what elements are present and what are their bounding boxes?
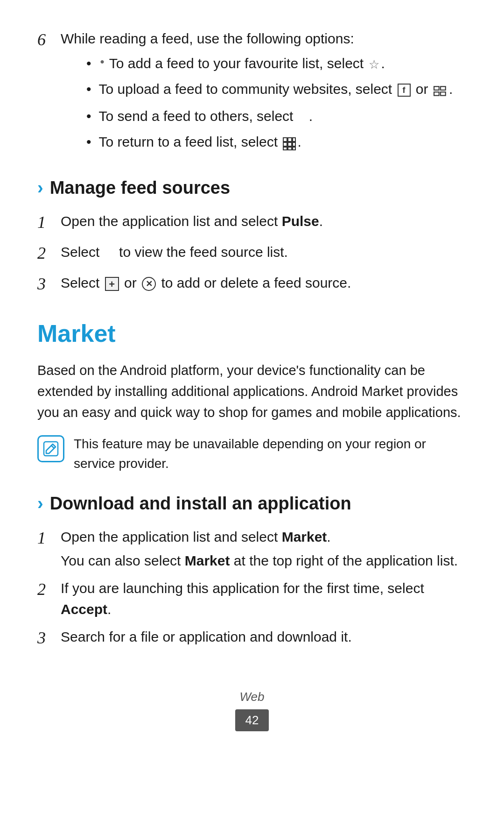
manage-step-1-row: 1 Open the application list and select P… [37,211,467,235]
manage-step-1-number: 1 [37,210,61,235]
download-step-2-content: If you are launching this application fo… [61,578,464,620]
bullet-list: • To add a feed to your favourite list, … [86,53,464,153]
step-6-row: 6 While reading a feed, use the followin… [37,28,467,158]
section-6: 6 While reading a feed, use the followin… [37,28,467,158]
manage-feed-heading: › Manage feed sources [37,175,467,201]
download-step-1-row: 1 Open the application list and select M… [37,526,467,571]
star-icon: ☆ [369,56,379,74]
bullet-1: • To add a feed to your favourite list, … [86,53,464,74]
bullet-2: To upload a feed to community websites, … [86,78,464,101]
market-title: Market [37,315,467,352]
download-step-3-text: Search for a file or application and dow… [61,629,352,644]
note-box: This feature may be unavailable dependin… [37,434,467,474]
footer: Web 42 [37,688,467,731]
manage-step-2-number: 2 [37,240,61,266]
market-section: Market Based on the Android platform, yo… [37,315,467,474]
manage-step-2-row: 2 Select to view the feed source list. [37,241,467,266]
manage-feed-section: › Manage feed sources 1 Open the applica… [37,175,467,297]
chevron-icon: › [37,175,43,201]
svg-rect-4 [283,138,287,141]
svg-rect-11 [288,147,292,150]
pencil-note-icon [42,440,59,457]
download-step-1-content: Open the application list and select Mar… [61,526,464,571]
footer-page: 42 [235,709,269,731]
svg-rect-0 [434,86,439,90]
bullet-4: To return to a feed list, select [86,131,464,154]
download-step-3-row: 3 Search for a file or application and d… [37,626,467,650]
svg-rect-8 [288,142,292,146]
svg-rect-10 [283,147,287,150]
bullet-3: To send a feed to others, select . [86,106,464,127]
svg-line-14 [51,445,54,448]
market-bold-2: Market [185,553,230,568]
svg-rect-7 [283,142,287,146]
download-step-3-number: 3 [37,625,61,650]
manage-step-2-content: Select to view the feed source list. [61,241,464,262]
facebook-icon: f [398,84,411,97]
accept-bold: Accept [61,601,107,617]
download-step-3-content: Search for a file or application and dow… [61,626,464,647]
bullet-dot-1: • [100,53,108,71]
manage-step-1-content: Open the application list and select Pul… [61,211,464,232]
plus-icon: + [105,277,119,291]
svg-rect-12 [293,147,295,150]
footer-label: Web [37,688,467,706]
grid-share-icon [434,80,448,101]
grid-icon [283,132,296,153]
note-icon [37,435,64,462]
svg-rect-3 [441,92,446,96]
download-step-2-row: 2 If you are launching this application … [37,578,467,620]
step-6-content: While reading a feed, use the following … [61,28,464,158]
pulse-bold: Pulse [282,213,319,229]
market-description: Based on the Android platform, your devi… [37,360,467,423]
download-step-2-number: 2 [37,577,61,602]
svg-rect-5 [288,138,292,141]
step-6-text: While reading a feed, use the following … [61,31,354,46]
note-text: This feature may be unavailable dependin… [74,434,467,474]
manage-step-3-row: 3 Select + or ✕ to add or delete a feed … [37,272,467,297]
svg-rect-2 [434,92,439,96]
download-step-1-number: 1 [37,525,61,551]
download-title: Download and install an application [50,490,351,517]
download-chevron-icon: › [37,490,43,517]
manage-step-3-content: Select + or ✕ to add or delete a feed so… [61,272,464,293]
svg-rect-1 [441,86,446,90]
svg-rect-6 [293,138,295,141]
svg-rect-9 [293,142,295,146]
market-bold-1: Market [282,529,327,544]
step-6-number: 6 [37,27,61,52]
download-heading: › Download and install an application [37,490,467,517]
download-section: › Download and install an application 1 … [37,490,467,650]
x-circle-icon: ✕ [142,277,156,291]
manage-feed-title: Manage feed sources [50,175,230,201]
manage-step-3-number: 3 [37,271,61,297]
